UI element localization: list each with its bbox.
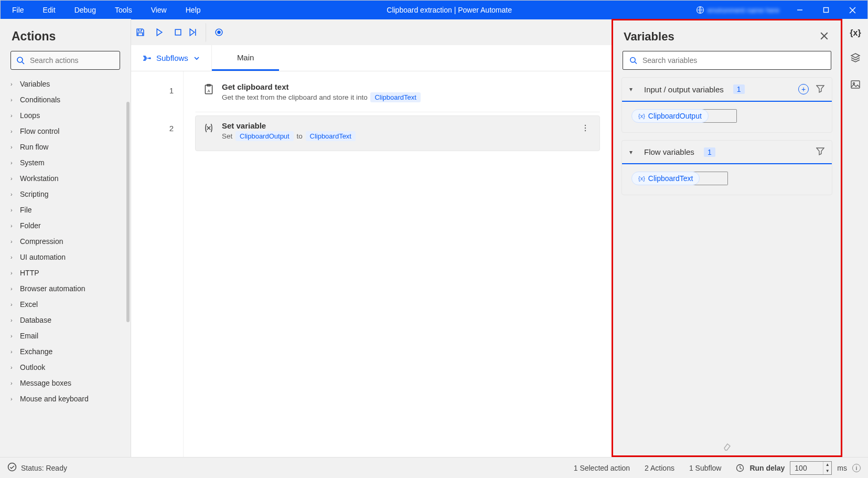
steps-list: A Get clipboard text Get the text from t… xyxy=(184,71,612,457)
count-badge: 1 xyxy=(704,147,715,157)
action-category[interactable]: ›File xyxy=(6,202,126,218)
clear-button[interactable] xyxy=(722,441,732,452)
run-delay-field[interactable]: 100 ▲▼ xyxy=(790,461,832,475)
action-category[interactable]: ›Conditionals xyxy=(6,92,126,108)
filter-button[interactable] xyxy=(816,84,824,94)
svg-rect-2 xyxy=(824,8,829,13)
menu-tools[interactable]: Tools xyxy=(105,1,142,19)
action-category[interactable]: ›Workstation xyxy=(6,171,126,186)
run-delay-unit: ms xyxy=(837,464,847,472)
action-category[interactable]: ›System xyxy=(6,155,126,171)
collapse-toggle[interactable]: ▾ xyxy=(629,148,637,156)
run-delay-value: 100 xyxy=(795,464,807,472)
record-button[interactable] xyxy=(209,23,228,42)
svg-line-12 xyxy=(22,62,24,64)
step-title: Set variable xyxy=(222,121,571,130)
window-controls xyxy=(787,1,865,19)
variable-row[interactable]: {x}ClipboardText xyxy=(631,172,822,185)
step-button[interactable] xyxy=(187,23,206,42)
status-ok-icon xyxy=(7,462,17,473)
status-selected: 1 Selected action xyxy=(574,464,630,472)
action-category[interactable]: ›Variables xyxy=(6,76,126,92)
step-desc: Get the text from the clipboard and stor… xyxy=(222,92,592,102)
action-category[interactable]: ›Scripting xyxy=(6,186,126,202)
svg-point-8 xyxy=(217,30,220,34)
variables-panel-title: Variables xyxy=(624,30,818,44)
save-button[interactable] xyxy=(131,23,149,42)
scrollbar-thumb[interactable] xyxy=(126,102,130,322)
count-badge: 1 xyxy=(733,84,745,94)
step-get-clipboard[interactable]: A Get clipboard text Get the text from t… xyxy=(195,77,600,112)
stop-button[interactable] xyxy=(168,23,187,42)
action-category[interactable]: ›Loops xyxy=(6,108,126,123)
status-actions-count: 2 Actions xyxy=(645,464,674,472)
variables-panel: Variables ▾ Input / output variables 1 +… xyxy=(612,19,842,457)
images-rail-button[interactable] xyxy=(850,79,861,91)
step-title: Get clipboard text xyxy=(222,82,592,91)
variable-row[interactable]: {x}ClipboardOutput xyxy=(631,109,822,123)
subflow-tab-main[interactable]: Main xyxy=(212,45,280,71)
close-panel-button[interactable] xyxy=(818,30,830,44)
menu-view[interactable]: View xyxy=(142,1,176,19)
action-category[interactable]: ›Compression xyxy=(6,233,126,249)
delay-decrease[interactable]: ▼ xyxy=(823,468,831,474)
svg-point-18 xyxy=(585,128,586,129)
variables-rail-button[interactable]: {x} xyxy=(850,28,861,38)
action-category[interactable]: ›Flow control xyxy=(6,123,126,139)
environment-badge[interactable]: environment name here xyxy=(689,6,787,14)
action-category[interactable]: ›HTTP xyxy=(6,265,126,281)
filter-button[interactable] xyxy=(816,147,824,157)
io-variables-group: ▾ Input / output variables 1 + {x}Clipbo… xyxy=(621,77,832,133)
variables-search-input[interactable] xyxy=(642,56,824,65)
variable-pill[interactable]: {x}ClipboardText xyxy=(631,172,700,185)
status-text: Status: Ready xyxy=(21,464,67,472)
variables-search-box[interactable] xyxy=(623,51,831,70)
flow-canvas: 1 2 A Get clipboard text Get the text fr… xyxy=(131,71,612,457)
group-title: Input / output variables xyxy=(644,85,724,94)
step-more-button[interactable] xyxy=(578,121,592,136)
svg-point-13 xyxy=(149,58,151,59)
maximize-button[interactable] xyxy=(813,1,839,19)
actions-tree[interactable]: ›Variables›Conditionals›Loops›Flow contr… xyxy=(0,76,131,457)
add-variable-button[interactable]: + xyxy=(798,84,809,94)
actions-search-box[interactable] xyxy=(10,51,120,70)
action-category[interactable]: ›Browser automation xyxy=(6,281,126,296)
action-category[interactable]: ›Database xyxy=(6,312,126,328)
info-icon[interactable]: i xyxy=(852,464,861,472)
variable-icon xyxy=(203,122,215,134)
variable-pill[interactable]: {x}ClipboardOutput xyxy=(631,109,709,123)
run-delay-label: Run delay xyxy=(749,464,785,472)
layers-rail-button[interactable] xyxy=(850,52,861,65)
minimize-button[interactable] xyxy=(787,1,813,19)
svg-point-17 xyxy=(585,125,586,126)
subflows-dropdown[interactable]: Subflows xyxy=(131,45,212,71)
run-button[interactable] xyxy=(149,23,168,42)
actions-search-input[interactable] xyxy=(30,56,114,65)
variable-icon: {x} xyxy=(638,113,645,119)
menu-debug[interactable]: Debug xyxy=(65,1,105,19)
status-bar: Status: Ready 1 Selected action 2 Action… xyxy=(0,457,868,478)
close-button[interactable] xyxy=(839,1,865,19)
svg-rect-5 xyxy=(175,29,181,35)
subflows-bar: Subflows Main xyxy=(131,45,612,71)
menu-file[interactable]: File xyxy=(3,1,34,19)
variable-icon: {x} xyxy=(638,175,645,182)
action-category[interactable]: ›Email xyxy=(6,328,126,344)
collapse-toggle[interactable]: ▾ xyxy=(629,86,637,93)
action-category[interactable]: ›Exchange xyxy=(6,344,126,359)
action-category[interactable]: ›UI automation xyxy=(6,249,126,265)
step-set-variable[interactable]: Set variable Set ClipboardOutput to Clip… xyxy=(195,115,600,151)
delay-increase[interactable]: ▲ xyxy=(823,462,831,468)
action-category[interactable]: ›Excel xyxy=(6,296,126,312)
action-category[interactable]: ›Outlook xyxy=(6,359,126,375)
flow-variables-group: ▾ Flow variables 1 {x}ClipboardText xyxy=(621,140,832,195)
right-rail: {x} xyxy=(842,19,868,457)
menu-edit[interactable]: Edit xyxy=(34,1,65,19)
action-category[interactable]: ›Run flow xyxy=(6,139,126,155)
svg-point-19 xyxy=(585,130,586,131)
action-category[interactable]: ›Message boxes xyxy=(6,375,126,391)
action-category[interactable]: ›Mouse and keyboard xyxy=(6,391,126,407)
menu-help[interactable]: Help xyxy=(176,1,210,19)
action-category[interactable]: ›Folder xyxy=(6,218,126,233)
menu-bar: File Edit Debug Tools View Help xyxy=(3,1,210,19)
